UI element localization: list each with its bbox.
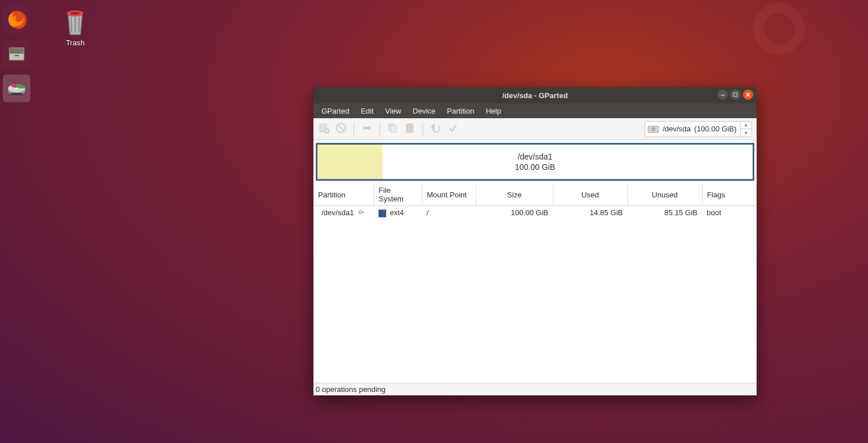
table-header-row: Partition File System Mount Point Size U…	[313, 184, 757, 206]
svg-rect-9	[11, 93, 22, 95]
svg-rect-25	[406, 124, 413, 133]
status-text: 0 operations pending	[316, 385, 385, 394]
window-close[interactable]	[743, 90, 753, 100]
trash-icon	[63, 9, 88, 36]
menu-partition[interactable]: Partition	[443, 106, 479, 116]
svg-rect-14	[734, 93, 737, 96]
svg-point-8	[15, 88, 18, 90]
undo-icon[interactable]	[430, 122, 441, 136]
window-minimize[interactable]	[718, 90, 728, 100]
chevron-up-icon: ▲	[741, 122, 751, 130]
partition-table: Partition File System Mount Point Size U…	[313, 184, 757, 383]
col-filesystem[interactable]: File System	[374, 184, 422, 206]
toolbar-separator	[379, 122, 380, 136]
menubar: GParted Edit View Device Partition Help	[313, 103, 757, 118]
new-partition-icon[interactable]	[318, 122, 330, 136]
desktop-trash-label: Trash	[55, 38, 96, 47]
toolbar: /dev/sda (100.00 GiB) ▲ ▼	[313, 118, 757, 140]
table-blank-area	[313, 220, 757, 383]
close-icon	[745, 92, 751, 98]
window-title: /dev/sda - GParted	[502, 91, 568, 100]
menu-edit[interactable]: Edit	[356, 106, 378, 116]
file-manager-icon	[6, 44, 27, 64]
gparted-window: /dev/sda - GParted GParted Edit View Dev…	[313, 87, 757, 395]
window-maximize[interactable]	[730, 90, 741, 100]
delete-icon[interactable]	[335, 122, 347, 136]
col-flags[interactable]: Flags	[702, 184, 757, 206]
device-selector[interactable]: /dev/sda (100.00 GiB) ▲ ▼	[645, 121, 752, 137]
maximize-icon	[733, 92, 738, 98]
disk-visual-partition: /dev/sda1	[317, 152, 753, 162]
table-row[interactable]: /dev/sda1 ext4 / 100.00 GiB 14.85 GiB 85…	[313, 206, 757, 220]
window-titlebar[interactable]: /dev/sda - GParted	[313, 87, 757, 103]
cell-size: 100.00 GiB	[476, 206, 553, 220]
svg-point-12	[70, 12, 80, 15]
resize-icon[interactable]	[361, 122, 373, 136]
col-used[interactable]: Used	[553, 184, 627, 206]
svg-rect-33	[363, 212, 363, 213]
cell-filesystem: ext4	[374, 206, 422, 220]
col-partition[interactable]: Partition	[313, 184, 374, 206]
copy-icon[interactable]	[387, 122, 398, 136]
background-decoration	[753, 3, 805, 55]
device-name: /dev/sda	[662, 125, 691, 133]
window-controls	[718, 90, 753, 100]
launcher-dock	[0, 0, 33, 443]
disk-visual-size: 100.00 GiB	[317, 162, 753, 172]
gparted-icon	[6, 78, 27, 99]
toolbar-separator	[423, 122, 423, 136]
svg-rect-3	[10, 54, 24, 60]
desktop-trash[interactable]: Trash	[55, 9, 96, 47]
disk-visual[interactable]: /dev/sda1 100.00 GiB	[316, 143, 754, 181]
svg-rect-5	[14, 55, 19, 56]
cell-mountpoint: /	[422, 206, 476, 220]
menu-device[interactable]: Device	[408, 106, 440, 116]
firefox-icon	[6, 9, 27, 30]
col-unused[interactable]: Unused	[627, 184, 702, 206]
statusbar: 0 operations pending	[313, 383, 757, 395]
svg-rect-32	[363, 212, 364, 213]
paste-icon[interactable]	[404, 122, 416, 136]
cell-flags: boot	[702, 206, 757, 220]
cell-partition: /dev/sda1	[313, 206, 374, 220]
device-spinner[interactable]: ▲ ▼	[740, 122, 751, 137]
device-size: (100.00 GiB)	[694, 125, 737, 133]
menu-view[interactable]: View	[381, 106, 406, 116]
cell-unused: 85.15 GiB	[627, 206, 702, 220]
svg-rect-26	[408, 123, 412, 125]
launcher-files[interactable]	[3, 40, 30, 68]
minimize-icon	[720, 92, 726, 98]
svg-rect-4	[10, 48, 24, 53]
disk-visual-area: /dev/sda1 100.00 GiB	[313, 140, 757, 184]
filesystem-swatch	[378, 209, 386, 217]
col-mountpoint[interactable]: Mount Point	[422, 184, 476, 206]
col-size[interactable]: Size	[476, 184, 553, 206]
svg-line-22	[338, 125, 344, 131]
menu-gparted[interactable]: GParted	[317, 106, 354, 116]
disk-visual-label: /dev/sda1 100.00 GiB	[317, 152, 753, 172]
svg-point-29	[653, 129, 654, 130]
apply-icon[interactable]	[447, 122, 459, 136]
chevron-down-icon: ▼	[741, 129, 751, 137]
drive-icon	[648, 125, 659, 134]
launcher-gparted[interactable]	[3, 75, 30, 102]
cell-used: 14.85 GiB	[553, 206, 627, 220]
launcher-firefox[interactable]	[3, 6, 30, 33]
lock-icon	[358, 209, 365, 217]
menu-help[interactable]: Help	[481, 106, 506, 116]
toolbar-separator	[354, 122, 354, 136]
svg-rect-24	[391, 126, 397, 133]
